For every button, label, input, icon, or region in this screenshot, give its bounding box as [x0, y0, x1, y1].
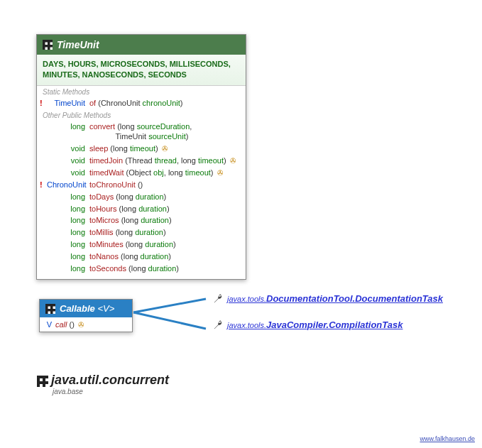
svg-rect-16 — [43, 376, 45, 387]
timeunit-title: TimeUnit — [57, 39, 99, 50]
enum-flag-icon — [43, 40, 53, 50]
method-signature: toHours (long duration) — [89, 204, 240, 214]
method-signature: toMillis (long duration) — [89, 227, 240, 238]
callable-signature: call () ✇ — [55, 320, 84, 329]
method-row: voidsleep (long timeout) ✇ — [37, 143, 246, 155]
svg-rect-15 — [37, 376, 40, 387]
method-return-type: long — [47, 263, 89, 274]
method-row: longtoDays (long duration) — [37, 191, 246, 203]
method-row: longtoMinutes (long duration) — [37, 239, 246, 251]
link-compilation-task[interactable]: javax.tools.JavaCompiler.CompilationTask — [227, 319, 402, 330]
interface-flag-icon — [45, 304, 55, 314]
timeunit-body: Static Methods !TimeUnitof (ChronoUnit c… — [37, 86, 246, 279]
method-return-type: ChronoUnit — [47, 180, 89, 190]
timeunit-constants: DAYS, HOURS, MICROSECONDS, MILLISECONDS,… — [37, 55, 246, 86]
method-row: voidtimedJoin (Thread thread, long timeo… — [37, 155, 246, 167]
method-return-type: long — [47, 121, 89, 132]
wrench-icon — [213, 320, 223, 330]
method-return-type: TimeUnit — [47, 98, 89, 109]
timeunit-header: TimeUnit — [37, 35, 246, 55]
method-signature: toNanos (long duration) — [89, 251, 240, 262]
external-links-stack: javax.tools.DocumentationTool.Documentat… — [213, 293, 443, 346]
method-signature: sleep (long timeout) ✇ — [89, 143, 240, 154]
method-signature: toMinutes (long duration) — [89, 239, 240, 250]
method-return-type: void — [47, 143, 89, 154]
svg-rect-3 — [43, 40, 45, 50]
method-signature: timedJoin (Thread thread, long timeout) … — [89, 155, 240, 166]
method-row: !ChronoUnittoChronoUnit () — [37, 179, 246, 191]
callable-title: Callable <V> — [60, 303, 114, 314]
link-documentation-task[interactable]: javax.tools.DocumentationTool.Documentat… — [227, 293, 443, 304]
svg-line-10 — [133, 299, 206, 312]
method-return-type: long — [47, 227, 89, 238]
other-methods-container: longconvert (long sourceDuration, TimeUn… — [37, 121, 246, 275]
method-signature: toSeconds (long duration) — [89, 263, 240, 274]
method-signature: convert (long sourceDuration, TimeUnit s… — [89, 121, 240, 143]
method-return-type: long — [47, 239, 89, 250]
method-row: longtoNanos (long duration) — [37, 251, 246, 263]
method-signature: of (ChronoUnit chronoUnit) — [89, 98, 240, 109]
package-title-row: java.util.concurrent — [37, 373, 169, 388]
static-methods-container: !TimeUnitof (ChronoUnit chronoUnit) — [37, 97, 246, 109]
method-mark: ! — [40, 98, 47, 109]
callable-return-type: V — [44, 320, 55, 329]
method-mark: ! — [40, 180, 47, 190]
method-return-type: long — [47, 192, 89, 202]
package-module: java.base — [37, 388, 169, 395]
callable-body: V call () ✇ — [40, 317, 132, 332]
method-row: longtoMicros (long duration) — [37, 214, 246, 226]
method-return-type: void — [47, 155, 89, 166]
method-row: longtoMillis (long duration) — [37, 226, 246, 239]
link-compilation-task-row: javax.tools.JavaCompiler.CompilationTask — [213, 319, 443, 330]
method-return-type: long — [47, 251, 89, 262]
static-methods-label: Static Methods — [37, 86, 246, 97]
package-name: java.util.concurrent — [51, 373, 169, 388]
callable-interface-box: Callable <V> V call () ✇ — [39, 299, 133, 332]
method-row: longtoHours (long duration) — [37, 203, 246, 215]
method-row: longtoSeconds (long duration) — [37, 263, 246, 275]
callable-header: Callable <V> — [40, 300, 132, 317]
method-signature: toChronoUnit () — [89, 180, 240, 190]
svg-rect-8 — [45, 304, 48, 314]
method-row: longconvert (long sourceDuration, TimeUn… — [37, 121, 246, 143]
footer-link[interactable]: www.falkhausen.de — [420, 435, 475, 442]
method-return-type: long — [47, 204, 89, 214]
wrench-icon — [213, 294, 223, 304]
package-flag-icon — [37, 376, 47, 386]
method-return-type: void — [47, 168, 89, 178]
other-methods-label: Other Public Methods — [37, 109, 246, 121]
method-return-type: long — [47, 215, 89, 226]
link-documentation-task-row: javax.tools.DocumentationTool.Documentat… — [213, 293, 443, 304]
method-row: !TimeUnitof (ChronoUnit chronoUnit) — [37, 97, 246, 109]
method-row: voidtimedWait (Object obj, long timeout)… — [37, 167, 246, 179]
timeunit-class-box: TimeUnit DAYS, HOURS, MICROSECONDS, MILL… — [36, 34, 246, 280]
method-signature: toDays (long duration) — [89, 192, 240, 202]
svg-rect-4 — [48, 40, 50, 50]
package-box: java.util.concurrent java.base — [37, 373, 169, 395]
method-signature: toMicros (long duration) — [89, 215, 240, 226]
svg-rect-9 — [50, 304, 53, 314]
svg-line-11 — [133, 312, 206, 329]
method-signature: timedWait (Object obj, long timeout) ✇ — [89, 168, 240, 178]
callable-method-row: V call () ✇ — [44, 320, 128, 329]
